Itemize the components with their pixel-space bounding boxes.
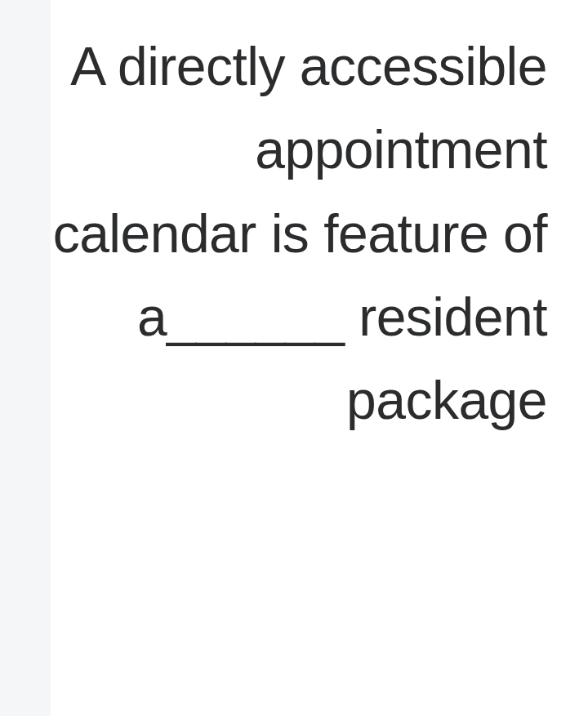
question-text: A directly accessible appointment calend…: [51, 24, 547, 442]
left-gutter: [0, 0, 51, 716]
content-area: A directly accessible appointment calend…: [51, 0, 588, 716]
